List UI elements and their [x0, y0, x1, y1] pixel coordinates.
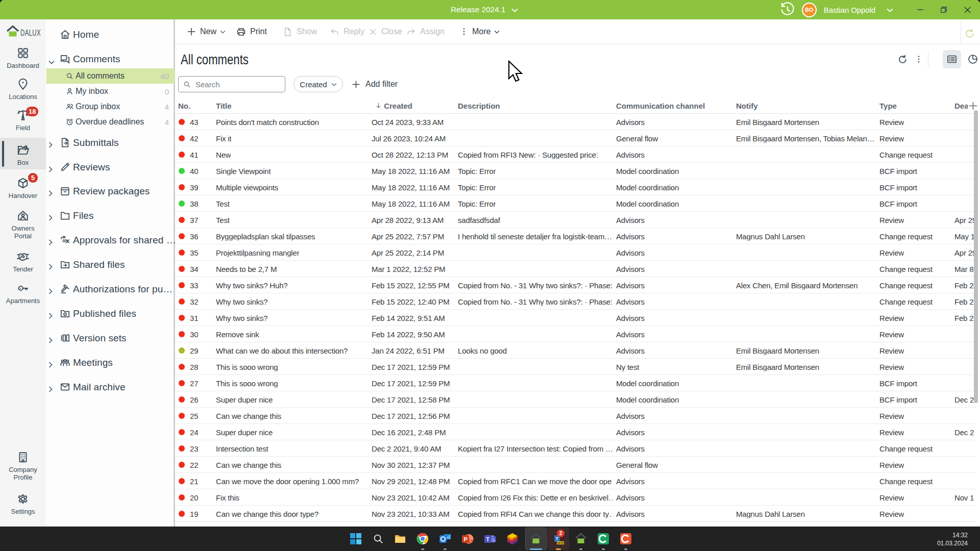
- svg-text:T: T: [555, 536, 558, 541]
- svg-text:P: P: [463, 536, 467, 542]
- svg-text:DALUX: DALUX: [20, 28, 41, 38]
- svg-text:T: T: [486, 536, 489, 542]
- svg-text:NEW: NEW: [557, 541, 564, 544]
